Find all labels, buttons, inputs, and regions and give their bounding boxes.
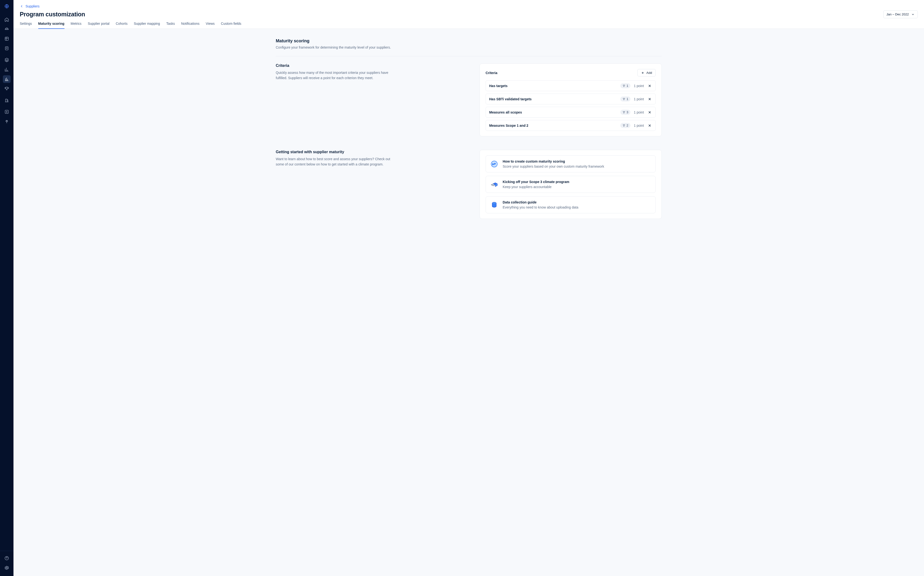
guide-title: Kicking off your Scope 3 climate program bbox=[503, 180, 569, 184]
remove-criteria-button[interactable] bbox=[647, 123, 652, 128]
nav-analytics-icon[interactable] bbox=[3, 75, 11, 83]
svg-rect-2 bbox=[5, 46, 8, 50]
tab-maturity-scoring[interactable]: Maturity scoring bbox=[38, 22, 64, 29]
guide-link[interactable]: Kicking off your Scope 3 climate program… bbox=[485, 176, 656, 193]
criteria-row: Has SBTi validated targets 1 1 point bbox=[485, 94, 656, 104]
criteria-label: Measures all scopes bbox=[489, 110, 617, 114]
criteria-label: Measures Scope 1 and 2 bbox=[489, 123, 617, 128]
nav-bar-chart-icon[interactable] bbox=[3, 66, 11, 74]
criteria-card-title: Criteria bbox=[485, 71, 497, 75]
plus-icon bbox=[641, 71, 644, 75]
criteria-points: 1 point bbox=[634, 123, 644, 128]
filter-icon bbox=[623, 124, 625, 127]
guide-description: Score your suppliers based on your own c… bbox=[503, 165, 604, 168]
remove-criteria-button[interactable] bbox=[647, 97, 652, 101]
tab-tasks[interactable]: Tasks bbox=[166, 22, 175, 29]
period-picker[interactable]: Jan – Dec 2022 bbox=[883, 10, 918, 18]
nav-settings-icon[interactable] bbox=[3, 564, 11, 572]
tab-views[interactable]: Views bbox=[206, 22, 215, 29]
add-criteria-button[interactable]: Add bbox=[637, 69, 656, 77]
nav-wind-icon[interactable] bbox=[3, 118, 11, 125]
tab-settings[interactable]: Settings bbox=[20, 22, 32, 29]
criteria-points: 1 point bbox=[634, 97, 644, 101]
filter-count: 2 bbox=[626, 123, 628, 127]
criteria-card: Criteria Add Has targets 1 bbox=[480, 64, 662, 136]
remove-criteria-button[interactable] bbox=[647, 110, 652, 115]
tab-custom-fields[interactable]: Custom fields bbox=[221, 22, 241, 29]
guide-link[interactable]: How to create custom maturity scoring Sc… bbox=[485, 155, 656, 173]
breadcrumb-label: Suppliers bbox=[26, 4, 40, 8]
filter-chip[interactable]: 1 bbox=[620, 96, 631, 101]
tab-notifications[interactable]: Notifications bbox=[181, 22, 200, 29]
period-label: Jan – Dec 2022 bbox=[886, 13, 909, 16]
arrow-left-icon bbox=[20, 4, 24, 8]
filter-icon bbox=[623, 98, 625, 101]
tab-bar: Settings Maturity scoring Metrics Suppli… bbox=[20, 22, 918, 29]
guide-description: Keep your suppliers accountable bbox=[503, 185, 569, 189]
nav-building-icon[interactable] bbox=[3, 96, 11, 104]
criteria-row: Measures all scopes 3 1 point bbox=[485, 107, 656, 118]
criteria-label: Has targets bbox=[489, 84, 617, 88]
remove-criteria-button[interactable] bbox=[647, 83, 652, 88]
nav-globe-icon[interactable] bbox=[3, 25, 11, 33]
chevron-down-icon bbox=[911, 13, 914, 16]
filter-count: 1 bbox=[626, 97, 628, 101]
breadcrumb-back[interactable]: Suppliers bbox=[20, 4, 40, 8]
app-logo bbox=[4, 4, 9, 10]
earth-icon bbox=[490, 160, 498, 168]
criteria-description: Quickly assess how many of the most impo… bbox=[276, 70, 391, 80]
database-icon bbox=[490, 201, 498, 209]
nav-document-icon[interactable] bbox=[3, 45, 11, 52]
guide-link[interactable]: Data collection guide Everything you nee… bbox=[485, 196, 656, 213]
tab-supplier-mapping[interactable]: Supplier mapping bbox=[134, 22, 160, 29]
filter-count: 3 bbox=[626, 110, 628, 114]
nav-layers-icon[interactable] bbox=[3, 56, 11, 64]
close-icon bbox=[648, 84, 652, 88]
close-icon bbox=[648, 123, 652, 128]
filter-chip[interactable]: 1 bbox=[620, 83, 631, 88]
boxes-icon bbox=[490, 180, 498, 189]
close-icon bbox=[648, 110, 652, 114]
page-title: Program customization bbox=[20, 11, 85, 18]
nav-home-icon[interactable] bbox=[3, 16, 11, 23]
guides-card: How to create custom maturity scoring Sc… bbox=[480, 150, 662, 219]
filter-chip[interactable]: 2 bbox=[620, 123, 631, 128]
nav-trophy-icon[interactable] bbox=[3, 85, 11, 93]
page-header: Suppliers Program customization Jan – De… bbox=[13, 0, 924, 29]
criteria-points: 1 point bbox=[634, 110, 644, 114]
criteria-row: Has targets 1 1 point bbox=[485, 80, 656, 91]
filter-icon bbox=[623, 85, 625, 87]
close-icon bbox=[648, 97, 652, 101]
section-title: Maturity scoring bbox=[276, 38, 662, 43]
svg-rect-1 bbox=[5, 37, 8, 40]
section-description: Configure your framework for determining… bbox=[276, 45, 662, 49]
criteria-row: Measures Scope 1 and 2 2 1 point bbox=[485, 120, 656, 131]
filter-chip[interactable]: 3 bbox=[620, 110, 631, 115]
getting-started-description: Want to learn about how to best score an… bbox=[276, 157, 391, 167]
criteria-heading: Criteria bbox=[276, 64, 458, 68]
criteria-label: Has SBTi validated targets bbox=[489, 97, 617, 101]
tab-metrics[interactable]: Metrics bbox=[71, 22, 82, 29]
nav-grid-icon[interactable] bbox=[3, 35, 11, 43]
add-criteria-label: Add bbox=[646, 71, 652, 75]
getting-started-heading: Getting started with supplier maturity bbox=[276, 150, 458, 154]
guide-description: Everything you need to know about upload… bbox=[503, 205, 578, 209]
criteria-points: 1 point bbox=[634, 84, 644, 88]
nav-help-icon[interactable] bbox=[3, 554, 11, 562]
filter-icon bbox=[623, 111, 625, 114]
guide-title: Data collection guide bbox=[503, 200, 578, 204]
guide-title: How to create custom maturity scoring bbox=[503, 160, 604, 163]
filter-count: 1 bbox=[626, 84, 628, 88]
svg-point-6 bbox=[6, 567, 8, 568]
left-nav-rail bbox=[0, 0, 13, 576]
tab-cohorts[interactable]: Cohorts bbox=[116, 22, 128, 29]
nav-download-icon[interactable] bbox=[3, 108, 11, 116]
tab-supplier-portal[interactable]: Supplier portal bbox=[88, 22, 109, 29]
